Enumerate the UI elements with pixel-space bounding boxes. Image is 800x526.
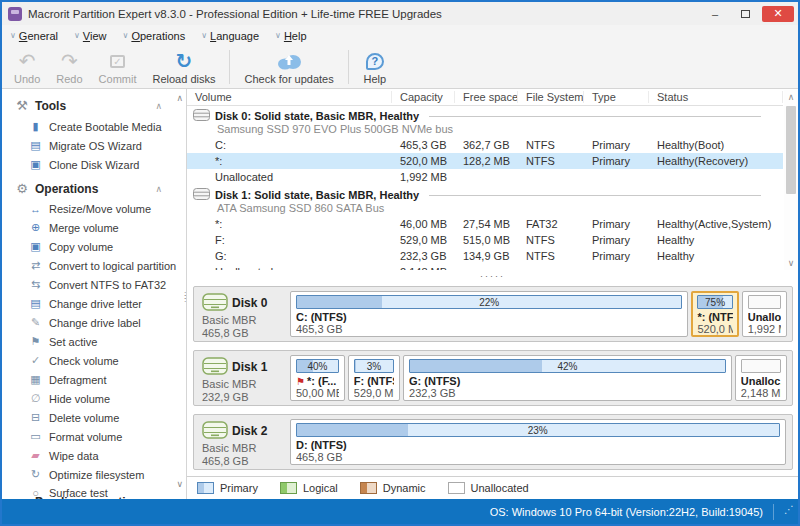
legend-swatch-unallocated — [448, 482, 465, 494]
sidebar-item-change-drive-letter[interactable]: ▤Change drive letter — [2, 294, 186, 313]
menu-item-general[interactable]: ∨General — [10, 30, 58, 42]
sidebar-scroll-down-icon[interactable]: ∨ — [176, 479, 183, 489]
sidebar-item-convert-to-logical-partition[interactable]: ⇄Convert to logical partition — [2, 256, 186, 275]
menu-item-view[interactable]: ∨View — [74, 30, 107, 42]
boot-flag-icon: ⚑ — [296, 376, 305, 387]
table-row[interactable]: Unallocated2,148 MB — [187, 264, 783, 270]
set-active-flag-icon: ⚑ — [28, 335, 43, 348]
maximize-button[interactable] — [732, 6, 758, 22]
usage-percent: 75% — [698, 297, 731, 308]
sidebar-section-operations[interactable]: ⚙Operations∧ — [2, 174, 186, 200]
disk-info: Disk 1Basic MBR232,9 GB — [198, 355, 290, 401]
table-row[interactable]: *:46,00 MB27,54 MBFAT32PrimaryHealthy(Ac… — [187, 216, 783, 232]
reload-disks-button[interactable]: ↻Reload disks — [144, 46, 223, 88]
close-button[interactable]: ✕ — [762, 6, 794, 22]
cell-type: Primary — [584, 250, 649, 262]
table-row[interactable]: F:529,0 MB515,0 MBNTFSPrimaryHealthy — [187, 232, 783, 248]
usage-gauge — [741, 359, 781, 373]
redo-button[interactable]: ↷Redo — [48, 46, 90, 88]
wipe-data-icon: ▰ — [28, 449, 43, 462]
sidebar-item-format-volume[interactable]: ▭Format volume — [2, 427, 186, 446]
sidebar-item-delete-volume[interactable]: ⊟Delete volume — [2, 408, 186, 427]
menu-item-label: Operations — [131, 30, 185, 42]
sidebar-item-label: Check volume — [49, 355, 119, 367]
scroll-down-icon[interactable]: ∨ — [784, 258, 798, 268]
sidebar-item-check-volume[interactable]: ✓Check volume — [2, 351, 186, 370]
partition-label: ⚑*: (F... — [296, 375, 339, 387]
commit-button[interactable]: ✓Commit — [91, 46, 145, 88]
collapse-chevron-icon[interactable]: ∧ — [155, 184, 162, 194]
cell-capacity: 46,00 MB — [392, 218, 455, 230]
menu-item-language[interactable]: ∨Language — [201, 30, 259, 42]
sidebar-item-copy-volume[interactable]: ▣Copy volume — [2, 237, 186, 256]
sidebar-item-label: Wipe data — [49, 450, 99, 462]
sidebar-section-tools[interactable]: ⚒Tools∧ — [2, 91, 186, 117]
column-header-type[interactable]: Type — [584, 91, 649, 103]
menu-item-help[interactable]: ∨Help — [275, 30, 307, 42]
partition-block-d-ntfs[interactable]: 23%D: (NTFS)465,8 GB — [290, 419, 786, 465]
sidebar-item-clone-disk-wizard[interactable]: ▣Clone Disk Wizard — [2, 155, 186, 174]
menu-item-operations[interactable]: ∨Operations — [123, 30, 186, 42]
legend-swatch-logical — [280, 482, 297, 494]
sidebar-item-hide-volume[interactable]: ∅Hide volume — [2, 389, 186, 408]
table-row[interactable]: G:232,3 GB134,9 GBNTFSPrimaryHealthy — [187, 248, 783, 264]
cell-free: 128,2 MB — [455, 155, 518, 167]
partition-block-f-ntfs[interactable]: 3%F: (NTFS)529,0 MB — [348, 355, 400, 401]
sidebar-item-merge-volume[interactable]: ⊕Merge volume — [2, 218, 186, 237]
sidebar-item-change-drive-label[interactable]: ✎Change drive label — [2, 313, 186, 332]
table-row[interactable]: C:465,3 GB362,7 GBNTFSPrimaryHealthy(Boo… — [187, 137, 783, 153]
help-button[interactable]: ?Help — [355, 46, 395, 88]
scroll-up-icon[interactable]: ∧ — [784, 92, 798, 102]
cell-fs: FAT32 — [518, 218, 584, 230]
partition-block-unalloc[interactable]: Unalloc...2,148 MB — [735, 355, 787, 401]
sidebar-item-create-bootable-media[interactable]: ▮Create Bootable Media — [2, 117, 186, 136]
sidebar-item-defragment[interactable]: ▦Defragment — [2, 370, 186, 389]
resize-grip-icon[interactable] — [782, 507, 792, 517]
sidebar-item-resize-move-volume[interactable]: ↔Resize/Move volume — [2, 200, 186, 218]
check-for-updates-button[interactable]: Check for updates — [236, 46, 341, 88]
horizontal-splitter[interactable]: ····· — [187, 272, 798, 280]
disk-panel-disk-2: Disk 2Basic MBR465,8 GB23%D: (NTFS)465,8… — [193, 414, 793, 470]
partition-label: Unalloc... — [748, 311, 781, 323]
table-row[interactable]: Unallocated1,992 MB — [187, 169, 783, 185]
vertical-splitter[interactable]: ⋮⋮ — [181, 294, 189, 300]
partition-block-f[interactable]: 40%⚑*: (F...50,00 MB — [290, 355, 345, 401]
sidebar-item-convert-ntfs-to-fat32[interactable]: ⇆Convert NTFS to FAT32 — [2, 275, 186, 294]
volume-table: VolumeCapacityFree spaceFile SystemTypeS… — [187, 89, 798, 270]
cell-type: Primary — [584, 139, 649, 151]
table-row[interactable]: *:520,0 MB128,2 MBNTFSPrimaryHealthy(Rec… — [187, 153, 783, 169]
commit-check-icon: ✓ — [110, 50, 125, 72]
sidebar-item-migrate-os-wizard[interactable]: ▤Migrate OS Wizard — [2, 136, 186, 155]
cell-volume: F: — [187, 234, 392, 246]
sidebar-item-wipe-data[interactable]: ▰Wipe data — [2, 446, 186, 465]
cell-free: 515,0 MB — [455, 234, 518, 246]
undo-button[interactable]: ↶Undo — [6, 46, 48, 88]
partition-block-g-ntfs[interactable]: 42%G: (NTFS)232,3 GB — [403, 355, 732, 401]
cell-status: Healthy — [649, 250, 783, 262]
partition-block-c-ntfs[interactable]: 22%C: (NTFS)465,3 GB — [290, 291, 688, 337]
minimize-button[interactable]: – — [702, 6, 728, 22]
partition-block-unalloc[interactable]: Unalloc...1,992 MB — [742, 291, 787, 337]
column-header-capacity[interactable]: Capacity — [392, 91, 455, 103]
disk-group-header[interactable]: Disk 0: Solid state, Basic MBR, HealthyS… — [187, 106, 783, 137]
disk-scheme: Basic MBR — [202, 442, 288, 454]
column-header-free-space[interactable]: Free space — [455, 91, 518, 103]
sidebar: ∧ ∨ ⚒Tools∧▮Create Bootable Media▤Migrat… — [2, 89, 187, 499]
legend-item-dynamic: Dynamic — [360, 482, 426, 494]
column-header-volume[interactable]: Volume — [187, 91, 392, 103]
column-header-status[interactable]: Status — [649, 91, 783, 103]
usage-gauge: 40% — [296, 359, 339, 373]
sidebar-scroll-up-icon[interactable]: ∧ — [176, 93, 183, 103]
scrollbar-thumb[interactable] — [786, 106, 796, 194]
table-scrollbar[interactable]: ∧ ∨ — [784, 90, 798, 270]
cell-capacity: 465,3 GB — [392, 139, 455, 151]
collapse-chevron-icon[interactable]: ∧ — [155, 101, 162, 111]
cell-fs: NTFS — [518, 155, 584, 167]
sidebar-item-optimize-filesystem[interactable]: ↻Optimize filesystem — [2, 465, 186, 484]
partition-block-ntfs[interactable]: 75%*: (NTFS)520,0 MB — [691, 291, 738, 337]
sidebar-item-label: Hide volume — [49, 393, 110, 405]
column-header-file-system[interactable]: File System — [518, 91, 584, 103]
disk-group-header[interactable]: Disk 1: Solid state, Basic MBR, HealthyA… — [187, 185, 783, 216]
toolbar-button-label: Undo — [14, 73, 40, 85]
sidebar-item-set-active[interactable]: ⚑Set active — [2, 332, 186, 351]
